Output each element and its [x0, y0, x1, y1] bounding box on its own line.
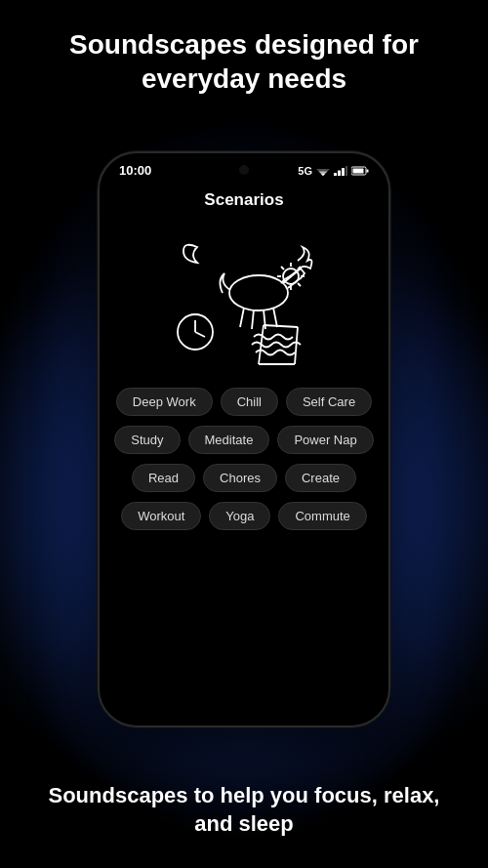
chip-power-nap[interactable]: Power Nap — [277, 426, 373, 454]
battery-icon — [351, 166, 369, 176]
svg-rect-8 — [367, 169, 369, 172]
svg-point-19 — [229, 275, 288, 310]
chips-container: Deep Work Chill Self Care Study Meditate… — [104, 388, 383, 530]
svg-line-23 — [273, 308, 277, 327]
svg-rect-5 — [342, 168, 345, 176]
network-label: 5G — [298, 165, 312, 177]
chip-read[interactable]: Read — [132, 464, 195, 492]
svg-line-16 — [298, 283, 301, 286]
svg-line-28 — [264, 325, 298, 327]
bars-icon — [334, 166, 347, 176]
chip-meditate[interactable]: Meditate — [188, 426, 270, 454]
chip-self-care[interactable]: Self Care — [286, 388, 372, 416]
chips-row-3: Read Chores Create — [132, 464, 356, 492]
chip-commute[interactable]: Commute — [278, 502, 366, 530]
status-icons: 5G — [298, 165, 369, 177]
chip-deep-work[interactable]: Deep Work — [116, 388, 213, 416]
svg-line-26 — [195, 332, 205, 337]
signal-icon — [316, 166, 330, 176]
chip-workout[interactable]: Workout — [121, 502, 201, 530]
bottom-subtitle: Soundscapes to help you focus, relax, an… — [0, 781, 488, 839]
chip-chores[interactable]: Chores — [203, 464, 277, 492]
phone-screen: 10:00 5G — [100, 153, 388, 725]
chips-row-2: Study Meditate Power Nap — [114, 426, 373, 454]
phone-mockup: 10:00 5G — [98, 151, 390, 727]
status-time: 10:00 — [119, 163, 151, 178]
camera-dot — [239, 165, 249, 175]
svg-line-15 — [281, 267, 284, 269]
screen-title: Scenarios — [204, 190, 283, 210]
chips-row-4: Workout Yoga Commute — [121, 502, 367, 530]
svg-marker-2 — [321, 174, 325, 176]
chip-study[interactable]: Study — [114, 426, 180, 454]
chip-create[interactable]: Create — [285, 464, 356, 492]
top-title: Soundscapes designed for everyday needs — [0, 27, 488, 96]
svg-line-21 — [252, 310, 254, 329]
chip-yoga[interactable]: Yoga — [209, 502, 270, 530]
chip-chill[interactable]: Chill — [221, 388, 278, 416]
svg-rect-6 — [346, 166, 347, 176]
svg-rect-3 — [334, 173, 337, 176]
chips-row-1: Deep Work Chill Self Care — [116, 388, 372, 416]
svg-rect-4 — [338, 170, 341, 176]
illustration — [146, 220, 342, 376]
svg-line-20 — [240, 308, 244, 327]
svg-line-29 — [295, 327, 298, 364]
svg-rect-9 — [353, 168, 364, 173]
phone-body: 10:00 5G — [98, 151, 390, 727]
